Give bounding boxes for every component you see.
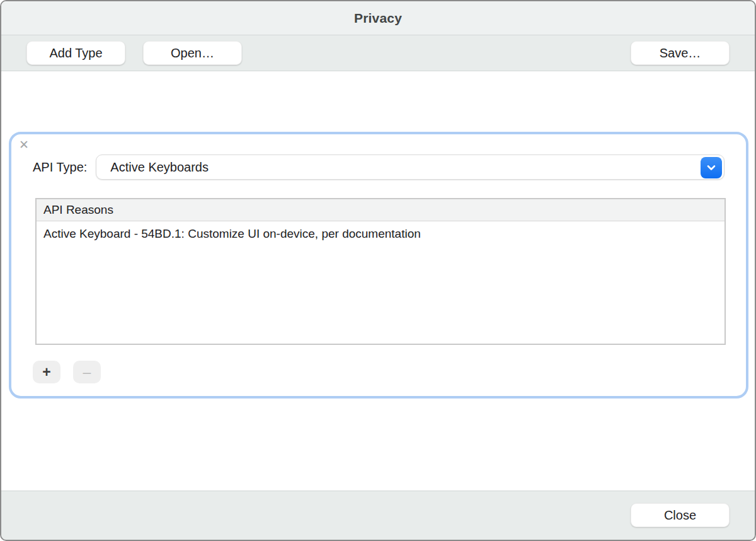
privacy-window: Privacy Add Type Open… Save… ✕ API Type:…	[0, 0, 756, 541]
api-reasons-header-label: API Reasons	[37, 203, 113, 217]
close-icon[interactable]: ✕	[19, 137, 29, 153]
minus-icon: –	[83, 364, 91, 381]
api-type-label: API Type:	[33, 160, 87, 175]
api-reasons-header: API Reasons	[37, 199, 724, 221]
chevron-down-icon[interactable]	[701, 157, 722, 178]
remove-reason-button[interactable]: –	[73, 361, 101, 383]
window-title: Privacy	[354, 11, 402, 26]
api-reason-cell: Active Keyboard - 54BD.1: Customize UI o…	[37, 227, 421, 241]
api-reasons-table: API Reasons Active Keyboard - 54BD.1: Cu…	[35, 198, 726, 345]
api-type-card: ✕ API Type: Active Keyboards API Reasons	[9, 132, 748, 398]
title-bar: Privacy	[1, 1, 755, 35]
plus-icon: +	[42, 364, 50, 381]
toolbar: Add Type Open… Save…	[1, 35, 755, 71]
add-type-button[interactable]: Add Type	[26, 41, 125, 65]
api-type-row: API Type: Active Keyboards	[33, 154, 724, 180]
footer-bar: Close	[1, 491, 755, 540]
content-area: ✕ API Type: Active Keyboards API Reasons	[1, 71, 755, 491]
api-type-dropdown[interactable]: Active Keyboards	[96, 154, 724, 180]
close-button[interactable]: Close	[631, 503, 730, 527]
open-button[interactable]: Open…	[143, 41, 242, 65]
add-reason-button[interactable]: +	[33, 361, 60, 383]
api-type-selected-value: Active Keyboards	[96, 160, 209, 175]
save-button[interactable]: Save…	[631, 41, 730, 65]
table-row[interactable]: Active Keyboard - 54BD.1: Customize UI o…	[37, 221, 724, 247]
